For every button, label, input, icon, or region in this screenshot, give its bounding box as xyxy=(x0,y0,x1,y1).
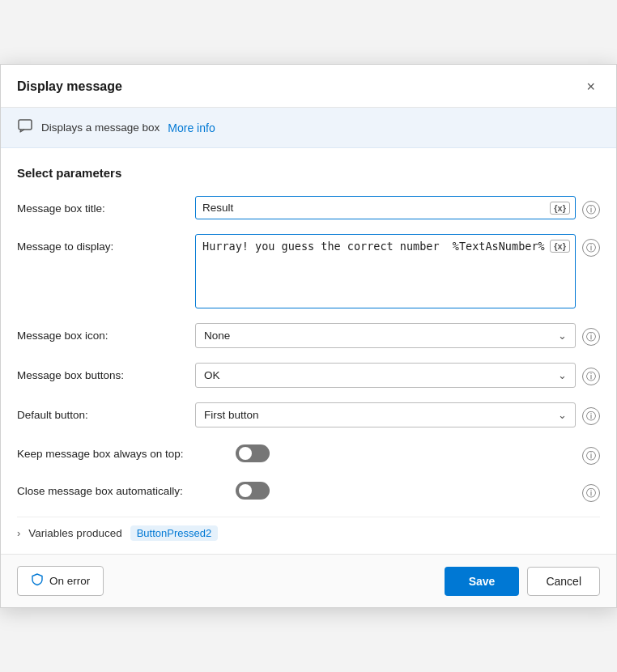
message-box-buttons-value: OK xyxy=(204,369,220,381)
chevron-down-icon: ⌄ xyxy=(558,369,567,381)
message-box-icon-select[interactable]: None ⌄ xyxy=(195,323,576,348)
variables-label: Variables produced xyxy=(28,527,121,539)
message-box-title-input[interactable]: Result xyxy=(196,197,575,219)
default-button-select[interactable]: First button ⌄ xyxy=(195,402,576,427)
info-bar-text: Displays a message box xyxy=(41,121,160,134)
on-error-button[interactable]: On error xyxy=(17,566,104,596)
close-auto-info-icon[interactable]: ⓘ xyxy=(582,484,600,502)
message-to-display-input-box[interactable]: Hurray! you guess the correct number %Te… xyxy=(195,234,576,308)
dialog-title: Display message xyxy=(17,79,122,94)
keep-on-top-row: Keep message box always on top: ⓘ xyxy=(17,442,600,465)
save-button[interactable]: Save xyxy=(445,567,520,596)
message-fx-button[interactable]: {x} xyxy=(550,240,570,253)
message-box-icon-label: Message box icon: xyxy=(17,323,195,342)
message-box-title-label: Message box title: xyxy=(17,196,195,215)
message-to-display-info-icon[interactable]: ⓘ xyxy=(582,239,600,257)
message-box-title-input-box[interactable]: Result {x} xyxy=(195,196,576,219)
default-button-info-icon[interactable]: ⓘ xyxy=(582,407,600,425)
variable-badge[interactable]: ButtonPressed2 xyxy=(130,525,219,541)
message-box-title-info-icon[interactable]: ⓘ xyxy=(582,201,600,219)
chevron-down-icon: ⌄ xyxy=(558,409,567,421)
shield-icon xyxy=(31,573,44,589)
variables-row: › Variables produced ButtonPressed2 xyxy=(17,517,600,546)
close-button[interactable]: × xyxy=(581,78,600,96)
dialog-body: Select parameters Message box title: Res… xyxy=(1,148,616,554)
info-bar: Displays a message box More info xyxy=(1,108,616,148)
section-title: Select parameters xyxy=(17,166,600,180)
message-icon xyxy=(17,117,33,138)
message-box-icon-row: Message box icon: None ⌄ ⓘ xyxy=(17,323,600,348)
message-box-icon-value: None xyxy=(204,330,230,342)
more-info-link[interactable]: More info xyxy=(168,121,215,134)
message-box-title-control: Result {x} ⓘ xyxy=(195,196,600,219)
message-box-buttons-select[interactable]: OK ⌄ xyxy=(195,363,576,388)
message-box-icon-info-icon[interactable]: ⓘ xyxy=(582,328,600,346)
keep-on-top-label: Keep message box always on top: xyxy=(17,448,236,460)
close-auto-row: Close message box automatically: ⓘ xyxy=(17,479,600,502)
message-to-display-textarea[interactable]: Hurray! you guess the correct number %Te… xyxy=(196,235,575,308)
dialog-footer: On error Save Cancel xyxy=(1,554,616,607)
message-box-icon-control: None ⌄ ⓘ xyxy=(195,323,600,348)
svg-rect-0 xyxy=(19,120,32,130)
message-box-buttons-label: Message box buttons: xyxy=(17,363,195,381)
keep-on-top-toggle[interactable] xyxy=(236,444,270,462)
default-button-row: Default button: First button ⌄ ⓘ xyxy=(17,402,600,427)
message-box-title-row: Message box title: Result {x} ⓘ xyxy=(17,196,600,219)
message-to-display-row: Message to display: Hurray! you guess th… xyxy=(17,234,600,308)
close-auto-toggle[interactable] xyxy=(236,482,270,500)
default-button-control: First button ⌄ ⓘ xyxy=(195,402,600,427)
on-error-label: On error xyxy=(49,575,90,587)
keep-on-top-control: ⓘ xyxy=(236,442,600,465)
default-button-value: First button xyxy=(204,409,259,421)
message-box-buttons-control: OK ⌄ ⓘ xyxy=(195,363,600,388)
default-button-label: Default button: xyxy=(17,402,195,421)
dialog-header: Display message × xyxy=(1,65,616,108)
cancel-button[interactable]: Cancel xyxy=(527,567,600,596)
keep-on-top-info-icon[interactable]: ⓘ xyxy=(582,447,600,465)
message-to-display-control: Hurray! you guess the correct number %Te… xyxy=(195,234,600,308)
title-fx-button[interactable]: {x} xyxy=(550,202,570,215)
footer-right: Save Cancel xyxy=(445,567,600,596)
message-box-buttons-row: Message box buttons: OK ⌄ ⓘ xyxy=(17,363,600,388)
dialog: Display message × Displays a message box… xyxy=(0,64,617,608)
close-auto-control: ⓘ xyxy=(236,479,600,502)
close-auto-label: Close message box automatically: xyxy=(17,485,236,497)
message-to-display-label: Message to display: xyxy=(17,234,195,253)
variables-chevron-icon[interactable]: › xyxy=(17,527,20,539)
message-box-buttons-info-icon[interactable]: ⓘ xyxy=(582,368,600,385)
chevron-down-icon: ⌄ xyxy=(558,330,567,342)
